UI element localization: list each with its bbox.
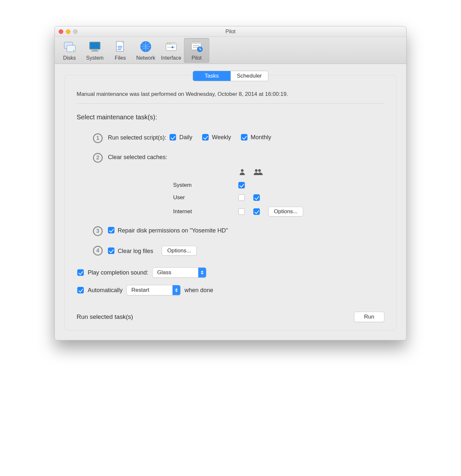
internet-cache-options-button[interactable]: Options... <box>268 207 303 216</box>
svg-point-29 <box>258 169 261 172</box>
checkbox-internet-cache-user[interactable] <box>238 208 245 215</box>
svg-rect-5 <box>93 49 97 51</box>
auto-action-popup[interactable]: Restart <box>126 285 181 295</box>
run-row: Run selected task(s) Run <box>77 312 384 322</box>
svg-rect-22 <box>193 45 199 46</box>
updown-arrows-icon <box>198 268 206 277</box>
auto-action-label: Automatically <box>88 287 123 294</box>
checkbox-weekly[interactable] <box>202 134 209 141</box>
titlebar: Pilot <box>55 26 406 37</box>
tab-tasks[interactable]: Tasks <box>193 71 230 81</box>
toolbar: Disks System Files <box>55 37 406 64</box>
run-label: Run selected task(s) <box>77 313 133 320</box>
toolbar-item-interface[interactable]: Interface <box>158 38 184 63</box>
tasks-panel: Tasks Scheduler Manual maintenance was l… <box>65 75 396 330</box>
task-4-label: Clear log files <box>118 248 153 255</box>
play-sound-label: Play completion sound: <box>88 269 148 276</box>
disks-icon <box>62 39 77 54</box>
svg-rect-9 <box>118 46 122 47</box>
task-3-label: Repair disk permissions on "Yosemite HD" <box>118 227 228 234</box>
step-number-2: 2 <box>93 153 103 163</box>
svg-point-27 <box>241 169 244 172</box>
checkbox-repair-permissions[interactable] <box>108 227 114 233</box>
svg-rect-6 <box>91 51 98 52</box>
auto-action-row: Automatically Restart when done <box>77 285 384 295</box>
toolbar-item-system[interactable]: System <box>82 38 108 63</box>
toolbar-label: Network <box>134 55 158 61</box>
network-icon <box>139 39 153 54</box>
pilot-icon <box>189 39 204 54</box>
run-button[interactable]: Run <box>354 312 384 322</box>
toolbar-item-disks[interactable]: Disks <box>57 38 82 63</box>
checkbox-monthly[interactable] <box>241 134 247 141</box>
svg-point-28 <box>255 169 258 172</box>
toolbar-item-files[interactable]: Files <box>108 38 133 63</box>
interface-icon <box>164 39 178 54</box>
last-run-status: Manual maintenance was last performed on… <box>77 91 384 103</box>
toolbar-label: System <box>83 55 107 61</box>
divider <box>77 103 384 104</box>
cache-row-user: User <box>173 194 238 201</box>
tab-scheduler[interactable]: Scheduler <box>230 71 268 81</box>
label-monthly: Monthly <box>251 134 271 141</box>
checkbox-daily[interactable] <box>170 134 176 141</box>
auto-action-suffix: when done <box>185 287 213 294</box>
svg-rect-10 <box>118 48 122 48</box>
checkbox-user-cache-user[interactable] <box>238 194 245 201</box>
sound-value: Glass <box>153 268 198 277</box>
checkbox-internet-cache-all[interactable] <box>253 208 260 215</box>
task-1-label: Run selected script(s): <box>108 134 166 141</box>
step-number-1: 1 <box>93 133 103 143</box>
svg-point-2 <box>73 50 74 51</box>
updown-arrows-icon <box>172 285 180 295</box>
sound-popup[interactable]: Glass <box>152 267 206 278</box>
all-users-scope-icon <box>253 168 268 177</box>
svg-point-15 <box>167 43 168 44</box>
toolbar-label: Interface <box>159 55 183 61</box>
task-2-label: Clear selected caches: <box>108 154 167 161</box>
step-number-4: 4 <box>93 246 103 256</box>
play-sound-row: Play completion sound: Glass <box>77 267 384 278</box>
checkbox-auto-action[interactable] <box>77 287 84 293</box>
checkbox-user-cache-all[interactable] <box>253 194 260 201</box>
segmented-control: Tasks Scheduler <box>193 71 268 81</box>
label-weekly: Weekly <box>212 134 231 141</box>
cache-row-internet: Internet <box>173 208 238 215</box>
label-daily: Daily <box>179 134 192 141</box>
svg-point-19 <box>171 46 173 48</box>
svg-rect-4 <box>90 43 99 49</box>
checkbox-clear-logs[interactable] <box>108 247 114 254</box>
files-icon <box>113 39 127 54</box>
checkbox-system-cache-user[interactable] <box>238 182 245 188</box>
clear-logs-options-button[interactable]: Options... <box>162 246 197 256</box>
app-window: Pilot Disks System <box>54 26 407 340</box>
svg-point-16 <box>168 43 169 44</box>
checkbox-play-sound[interactable] <box>77 269 84 276</box>
toolbar-item-pilot[interactable]: Pilot <box>184 38 209 63</box>
system-icon <box>88 39 102 54</box>
svg-point-17 <box>170 43 171 44</box>
section-heading: Select maintenance task(s): <box>77 113 384 121</box>
auto-action-value: Restart <box>127 285 172 295</box>
step-number-3: 3 <box>93 226 103 236</box>
toolbar-label: Disks <box>57 55 82 61</box>
content-area: Tasks Scheduler Manual maintenance was l… <box>55 64 406 340</box>
toolbar-label: Pilot <box>185 55 209 61</box>
window-title: Pilot <box>55 29 406 35</box>
task-3: 3 Repair disk permissions on "Yosemite H… <box>77 226 384 236</box>
cache-row-system: System <box>173 182 238 188</box>
task-2: 2 Clear selected caches: <box>77 153 384 216</box>
task-4: 4 Clear log files Options... <box>77 246 384 256</box>
svg-rect-21 <box>191 42 201 44</box>
svg-rect-11 <box>118 49 121 50</box>
toolbar-item-network[interactable]: Network <box>133 38 158 63</box>
toolbar-label: Files <box>108 55 132 61</box>
user-scope-icon <box>238 168 253 177</box>
task-1: 1 Run selected script(s): Daily Weekly M… <box>77 133 384 143</box>
